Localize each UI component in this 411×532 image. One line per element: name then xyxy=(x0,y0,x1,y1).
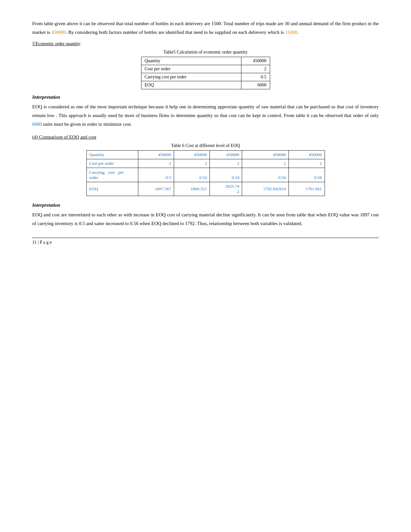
intro-text-3: . xyxy=(297,30,298,35)
table5-label-cost-per-order: Cost per order xyxy=(141,65,241,73)
table6-header-row: Quantity 450000 450000 450000 450000 450… xyxy=(86,151,325,159)
highlight-450000: 450000 xyxy=(51,30,66,35)
table-row: EOQ 1897.367 1860.521 1825.742 1792.8429… xyxy=(86,182,325,196)
table5-label-carrying-cost: Carrying cost per order xyxy=(141,73,241,81)
table-row: EOQ 6000 xyxy=(141,81,270,89)
table6-cost-col3: 2 xyxy=(210,159,242,168)
table6-cost-col1: 2 xyxy=(138,159,174,168)
table6-eoq-col2: 1860.521 xyxy=(174,182,210,196)
table6-caption: Table 6 Cost at different level of EOQ xyxy=(32,143,379,148)
interpretation2-heading: Interpretation xyxy=(32,202,379,208)
intro-paragraph: From table given above it can be observe… xyxy=(32,19,379,37)
table6-carrying-col3: 0.54 xyxy=(210,168,242,182)
table6-wrapper: Quantity 450000 450000 450000 450000 450… xyxy=(32,150,379,196)
comparison-subsection-label: (d) Comparison of EOQ and cost xyxy=(32,134,379,140)
table6-eoq-col1: 1897.367 xyxy=(138,182,174,196)
interpretation2-paragraph: EOQ and cost are interrelated to each ot… xyxy=(32,211,379,228)
table6-eoq-col4: 1792.842914 xyxy=(242,182,289,196)
table-row: Carrying cost perorder 0.5 0.52 0.54 0.5… xyxy=(86,168,325,182)
table5-value-eoq: 6000 xyxy=(241,81,270,89)
table-row: Cost per order 2 2 2 2 2 xyxy=(86,159,325,168)
table6-header-col4: 450000 xyxy=(242,151,289,159)
interpretation-paragraph: EOQ is considered as one of the most imp… xyxy=(32,103,379,129)
highlight-15000: 15000 xyxy=(285,30,297,35)
table6-header-label: Quantity xyxy=(86,151,138,159)
table-row: Cost per order 2 xyxy=(141,65,270,73)
table5-value-quantity: 450000 xyxy=(241,57,270,65)
table6-header-col5: 450000 xyxy=(289,151,325,159)
economic-order-quantity-link[interactable]: ©Economic order quantity xyxy=(32,41,379,46)
table6-carrying-col1: 0.5 xyxy=(138,168,174,182)
table6-carrying-col5: 0.58 xyxy=(289,168,325,182)
table6-cost-col5: 2 xyxy=(289,159,325,168)
table5-caption: Table5 Calculation of economic order qua… xyxy=(32,50,379,55)
table6-header-col1: 450000 xyxy=(138,151,174,159)
table6-cost-col4: 2 xyxy=(242,159,289,168)
highlight-6000: 6000 xyxy=(32,122,42,127)
table6-eoq-col3: 1825.742 xyxy=(210,182,242,196)
table5-value-cost-per-order: 2 xyxy=(241,65,270,73)
table6-carrying-col4: 0.56 xyxy=(242,168,289,182)
table6-label-carrying: Carrying cost perorder xyxy=(86,168,138,182)
table6-header-col3: 450000 xyxy=(210,151,242,159)
interp-text-1: EOQ is considered as one of the most imp… xyxy=(32,104,379,118)
table6-header-col2: 450000 xyxy=(174,151,210,159)
table5: Quantity 450000 Cost per order 2 Carryin… xyxy=(141,57,270,89)
table-row: Quantity 450000 xyxy=(141,57,270,65)
interpretation-heading: Interpretation xyxy=(32,94,379,100)
table6-eoq-col5: 1761.661 xyxy=(289,182,325,196)
table6-carrying-col2: 0.52 xyxy=(174,168,210,182)
table5-label-eoq: EOQ xyxy=(141,81,241,89)
table5-wrapper: Quantity 450000 Cost per order 2 Carryin… xyxy=(32,57,379,89)
interp-text-2: units must be given in order to minimize… xyxy=(42,122,132,127)
footer: 11 | P a g e xyxy=(32,238,379,245)
table6-label-cost: Cost per order xyxy=(86,159,138,168)
page-number: 11 | P a g e xyxy=(32,240,52,245)
intro-text-2: . By considering both factors number of … xyxy=(66,30,285,35)
table5-value-carrying-cost: 0.5 xyxy=(241,73,270,81)
table6-cost-col2: 2 xyxy=(174,159,210,168)
table6-label-eoq: EOQ xyxy=(86,182,138,196)
table5-label-quantity: Quantity xyxy=(141,57,241,65)
table6: Quantity 450000 450000 450000 450000 450… xyxy=(86,150,325,196)
table-row: Carrying cost per order 0.5 xyxy=(141,73,270,81)
